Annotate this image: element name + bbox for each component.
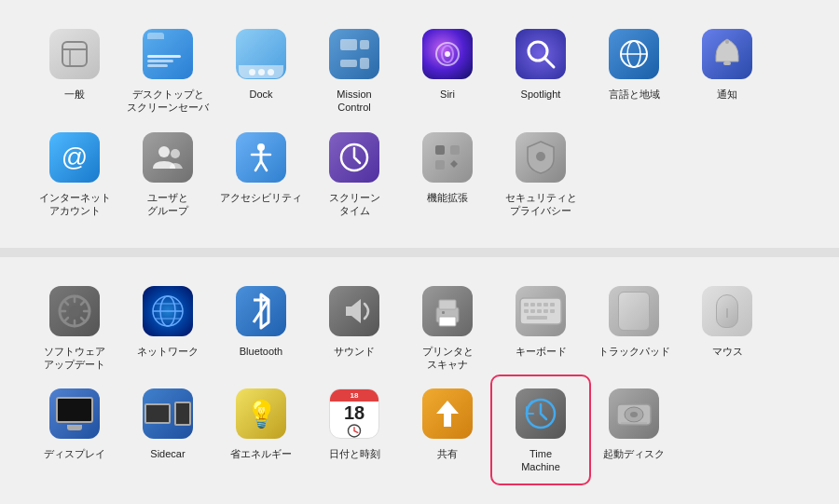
notification-icon-wrap [699, 26, 755, 82]
mouse-icon-wrap [699, 283, 755, 339]
item-internet[interactable]: @インターネット アカウント [28, 122, 121, 225]
users-icon-wrap [140, 129, 196, 185]
item-display[interactable]: ディスプレイ [28, 378, 121, 468]
notification-icon [702, 29, 752, 79]
item-datetime[interactable]: 1818日付と時刻 [308, 378, 401, 468]
item-mission[interactable]: Mission Control [308, 19, 401, 122]
item-startdisk[interactable]: 起動ディスク [587, 378, 681, 468]
svg-point-25 [536, 152, 545, 161]
general-label: 一般 [64, 88, 85, 101]
item-sound[interactable]: サウンド [308, 276, 401, 365]
item-accessibility[interactable]: アクセシビリティ [214, 122, 308, 211]
screentime-label: スクリーン タイム [329, 191, 380, 218]
mouse-icon [702, 286, 752, 336]
svg-rect-44 [524, 309, 529, 313]
accessibility-label: アクセシビリティ [220, 191, 302, 204]
siri-label: Siri [440, 88, 455, 101]
item-printer[interactable]: プリンタと スキャナ [401, 276, 494, 379]
item-spotlight[interactable]: Spotlight [494, 19, 587, 108]
svg-point-13 [725, 40, 729, 44]
extensions-icon [422, 132, 473, 183]
internet-icon: @ [49, 132, 100, 183]
svg-rect-37 [442, 311, 445, 314]
trackpad-label: トラックパッド [598, 345, 670, 358]
svg-rect-45 [530, 309, 535, 313]
energy-icon: 💡 [236, 388, 286, 439]
item-dock[interactable]: Dock [214, 19, 308, 108]
svg-line-20 [261, 161, 267, 170]
item-users[interactable]: ユーザと グループ [121, 122, 214, 225]
svg-line-7 [544, 58, 554, 67]
mission-label: Mission Control [337, 88, 371, 115]
svg-rect-35 [439, 300, 456, 309]
item-sharing[interactable]: 共有 [401, 378, 494, 468]
svg-point-14 [158, 146, 170, 157]
section1-grid: 一般デスクトップと スクリーンセーバDockMission ControlSir… [28, 19, 811, 225]
item-language[interactable]: 言語と地域 [587, 19, 681, 108]
item-software[interactable]: ソフトウェア アップデート [28, 276, 121, 379]
svg-rect-48 [550, 309, 555, 313]
language-label: 言語と地域 [609, 88, 660, 101]
svg-rect-24 [435, 160, 445, 170]
datetime-label: 日付と時刻 [329, 447, 380, 460]
notification-label: 通知 [717, 88, 737, 101]
item-extensions[interactable]: 機能拡張 [401, 122, 494, 211]
desktop-label: デスクトップと スクリーンセーバ [127, 88, 209, 115]
item-bluetooth[interactable]: Bluetooth [214, 276, 308, 365]
svg-rect-23 [450, 145, 460, 155]
display-label: ディスプレイ [44, 447, 105, 460]
siri-icon-wrap [420, 26, 475, 82]
keyboard-icon-wrap [513, 283, 569, 339]
display-icon [49, 388, 100, 439]
sharing-icon [422, 388, 473, 439]
internet-icon-wrap: @ [47, 129, 103, 185]
section2-grid: ソフトウェア アップデートネットワークBluetoothサウンドプリンタと スキ… [28, 276, 811, 482]
trackpad-icon-wrap [606, 283, 662, 339]
sidecar-icon-wrap [140, 386, 196, 442]
item-mouse[interactable]: マウス [681, 276, 774, 365]
datetime-icon: 1818 [329, 388, 379, 439]
extensions-label: 機能拡張 [427, 191, 468, 204]
item-energy[interactable]: 💡省エネルギー [214, 378, 308, 468]
svg-point-15 [171, 149, 180, 158]
mission-icon-wrap [326, 26, 382, 82]
item-desktop[interactable]: デスクトップと スクリーンセーバ [121, 19, 214, 122]
item-sidecar[interactable]: Sidecar [121, 378, 214, 468]
item-notification[interactable]: 通知 [681, 19, 774, 108]
item-keyboard[interactable]: キーボード [494, 276, 587, 365]
desktop-icon-wrap [140, 26, 196, 82]
item-security[interactable]: セキュリティと プライバシー [494, 122, 587, 225]
item-siri[interactable]: Siri [401, 19, 494, 108]
language-icon-wrap [606, 26, 662, 82]
item-general[interactable]: 一般 [28, 19, 121, 108]
svg-point-55 [630, 412, 638, 417]
security-icon-wrap [513, 129, 569, 185]
security-label: セキュリティと プライバシー [505, 191, 577, 218]
energy-label: 省エネルギー [230, 447, 292, 460]
item-timemachine[interactable]: Time Machine [494, 378, 587, 482]
section-divider [0, 248, 839, 257]
spotlight-icon [516, 29, 566, 79]
software-icon [49, 286, 100, 336]
timemachine-label: Time Machine [521, 447, 560, 474]
svg-marker-51 [436, 401, 459, 427]
language-icon [609, 29, 659, 79]
item-trackpad[interactable]: トラックパッド [587, 276, 681, 365]
item-screentime[interactable]: スクリーン タイム [308, 122, 401, 225]
svg-rect-40 [530, 303, 535, 306]
display-icon-wrap [47, 386, 103, 442]
network-icon [143, 286, 193, 336]
sound-icon [329, 286, 379, 336]
network-icon-wrap [140, 283, 196, 339]
svg-rect-12 [723, 61, 731, 65]
spotlight-icon-wrap [513, 26, 569, 82]
users-label: ユーザと グループ [147, 191, 188, 218]
svg-rect-46 [537, 309, 542, 313]
timemachine-icon [516, 388, 566, 439]
accessibility-icon-wrap [233, 129, 289, 185]
svg-rect-39 [524, 303, 529, 306]
bluetooth-icon-wrap [233, 283, 289, 339]
svg-rect-41 [537, 303, 542, 306]
desktop-icon [143, 29, 193, 79]
item-network[interactable]: ネットワーク [121, 276, 214, 365]
